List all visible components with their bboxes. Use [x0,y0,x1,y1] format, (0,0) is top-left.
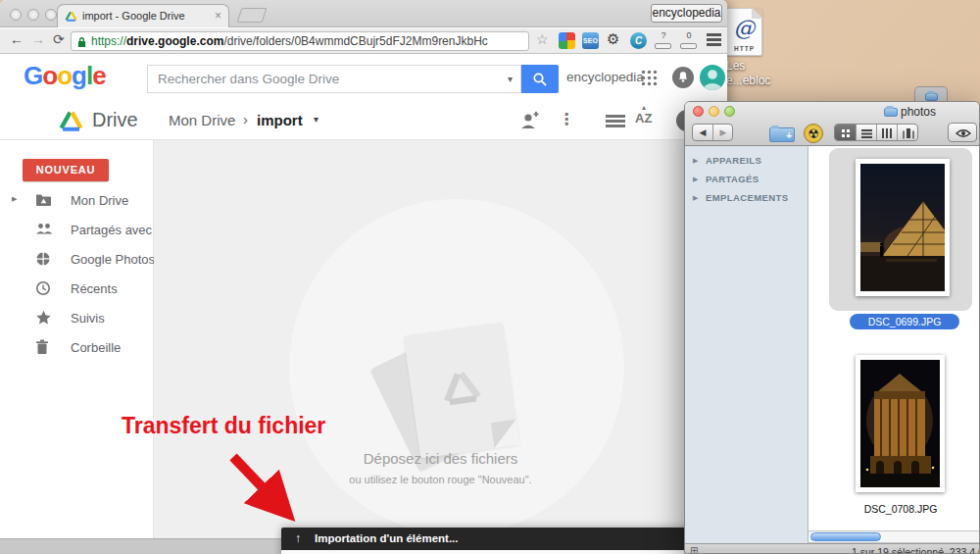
finder-window: photos ◀ ▶ + ☢ [684,101,980,554]
extension-wave-icon[interactable]: C [630,32,647,49]
extension-gear-icon[interactable]: ⚙ [607,30,619,48]
finder-zoom-button[interactable] [724,106,735,117]
https-padlock-icon [76,36,87,48]
google-logo[interactable]: Google [24,61,106,91]
desktop: @ HTTP Les e...ebloc import - Google Dri… [0,0,980,554]
empty-state-title: Déposez ici des fichiers [154,450,727,467]
paper-sheet-front [404,323,520,459]
sort-caret-icon: ▴ [642,103,646,112]
extension-question-badge[interactable]: ? [654,32,673,49]
sort-az-icon[interactable]: AZ [635,111,652,126]
expand-icon[interactable]: ▶ [12,195,17,203]
google-drive-page: Google ▾ encyclopedia [0,54,727,538]
upload-panel: ↑ Importation d'un élément... Tout annul… [281,528,727,554]
account-avatar[interactable] [700,65,725,90]
coverflow-view-icon [906,128,910,138]
product-name[interactable]: Drive [92,109,138,131]
disclosure-triangle-icon[interactable]: ▶ [693,157,698,165]
webloc-file-label: Les e...ebloc [726,59,795,88]
extension-seo-icon[interactable]: SEO [582,32,599,49]
back-icon[interactable]: ← [10,31,24,47]
drive-search-bar[interactable]: ▾ [147,65,521,93]
upload-panel-header: ↑ Importation d'un élément... [281,528,727,550]
webloc-file-icon[interactable]: @ HTTP [726,8,762,56]
louvre-pyramid-night-photo [860,164,945,291]
finder-status-bar: ⊞ 1 sur 19 sélectionné, 233.4 Go disponi… [685,543,980,554]
new-button[interactable]: NOUVEAU [23,159,109,181]
window-close-button[interactable] [10,9,22,21]
list-view-button[interactable] [857,125,877,140]
new-tab-button[interactable] [237,8,268,23]
window-minimize-button[interactable] [27,9,39,21]
upload-panel-title: Importation d'un élément... [315,532,459,544]
extension-colorful-icon[interactable] [559,32,575,49]
breadcrumb-root[interactable]: Mon Drive [169,112,235,128]
breadcrumb-current[interactable]: import [257,112,303,128]
finder-forward-button[interactable]: ▶ [713,125,733,140]
disclosure-triangle-icon[interactable]: ▶ [693,194,698,202]
sidebar-item-partages[interactable]: Partagés avec moi [0,219,154,242]
sidebar-item-suivis[interactable]: Suivis [0,307,154,330]
new-folder-button[interactable]: + [769,127,795,142]
url-path: /drive/folders/0B4wmmdCBujr5dFJ2Mm9renJk… [223,34,487,48]
finder-minimize-button[interactable] [709,106,719,117]
extension-zero-badge[interactable]: 0 [679,32,699,49]
horizontal-scrollbar[interactable] [808,530,980,543]
apps-grid-icon[interactable] [641,70,658,86]
finder-close-button[interactable] [693,106,704,117]
upload-panel-subheader: Tout annuler [281,550,727,554]
reload-icon[interactable]: ⟳ [53,31,65,47]
annotation-text: Transfert du fichier [122,413,325,439]
file-name-label[interactable]: DSC_0708.JPG [832,503,969,515]
encyclopedia-button[interactable]: encyclopedia [651,4,722,23]
people-icon [35,222,53,236]
column-view-button[interactable] [877,125,898,140]
more-options-icon[interactable]: ⋮ [559,110,574,128]
selected-file-name[interactable]: DSC_0699.JPG [850,314,959,329]
clock-icon [35,280,51,296]
photos-pinwheel-icon [35,251,51,267]
forward-icon[interactable]: → [31,31,45,47]
search-input[interactable] [158,67,491,91]
bookmark-star-icon[interactable]: ☆ [536,31,549,47]
photo-thumbnail-dsc0699[interactable] [856,159,950,296]
quicklook-button[interactable] [948,123,977,142]
finder-back-button[interactable]: ◀ [693,125,713,140]
view-mode-control [834,124,918,141]
sidebar-item-recents[interactable]: Récents [0,277,154,301]
disclosure-triangle-icon[interactable]: ▶ [693,176,698,183]
drive-favicon [65,11,77,22]
star-icon [35,310,52,326]
drive-logo[interactable] [59,110,83,131]
url-scheme: https:// [91,34,126,48]
grid-view-icon [842,129,845,132]
sidebar-item-google-photos[interactable]: Google Photos [0,248,154,272]
finder-nav-buttons: ◀ ▶ [692,124,733,141]
icon-view-button[interactable] [835,125,857,140]
coverflow-view-button[interactable] [898,125,918,140]
folder-icon [925,93,938,101]
folder-menu-caret-icon[interactable]: ▾ [314,114,318,125]
scrollbar-thumb[interactable] [810,532,881,541]
sidebar-item-corbeille[interactable]: Corbeille [0,336,154,360]
search-options-caret-icon[interactable]: ▾ [508,74,513,84]
url-bar[interactable]: https://drive.google.com/drive/folders/0… [71,31,529,51]
photo-thumbnail-dsc0708[interactable] [856,355,945,492]
tab-title: import - Google Drive [82,10,185,22]
chrome-menu-icon[interactable] [707,33,721,36]
browser-tab[interactable]: import - Google Drive × [57,4,229,27]
list-view-icon [861,129,872,131]
burn-icon[interactable]: ☢ [804,124,823,143]
search-button[interactable] [521,65,559,93]
tab-close-icon[interactable]: × [215,9,221,23]
upload-arrow-icon: ↑ [295,531,301,545]
at-symbol: @ [727,16,761,40]
share-add-person-icon[interactable] [517,111,539,130]
url-host: drive.google.com [126,34,223,48]
sidebar-item-mon-drive[interactable]: ▶ Mon Drive [0,189,154,213]
drive-watermark-icon [439,367,482,406]
notifications-bell-icon[interactable] [672,67,694,88]
window-zoom-button[interactable] [45,9,57,21]
browser-toolbar: ← → ⟳ https://drive.google.com/drive/fol… [0,28,727,54]
list-view-icon[interactable] [606,115,625,118]
